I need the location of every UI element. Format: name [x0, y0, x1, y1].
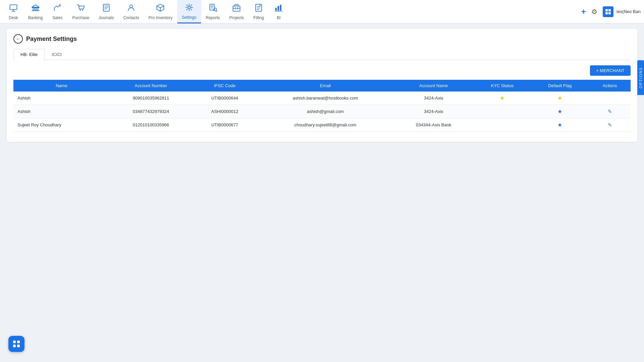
- cell-email: choudhary.sujeet88@gmail.com: [257, 118, 393, 132]
- col-account-name: Account Name: [393, 80, 474, 92]
- back-arrow-icon: ←: [16, 36, 20, 42]
- col-account-number: Account Number: [110, 80, 192, 92]
- cell-kyc-status: ★: [474, 92, 531, 105]
- purchase-label: Purchase: [72, 15, 89, 20]
- cell-account-name: 3424-Axis: [393, 92, 474, 105]
- tab-hb-elite[interactable]: HB- Elite: [13, 49, 45, 60]
- table-row: Sujeet Roy Choudhary 012010100335966 UTI…: [13, 118, 631, 132]
- svg-rect-3: [37, 8, 38, 10]
- svg-rect-19: [608, 9, 611, 11]
- banking-label: Banking: [28, 15, 43, 20]
- cell-actions: [589, 92, 631, 105]
- cell-kyc-status: [474, 105, 531, 118]
- table-row: Ashish 034877432979324 ASHI0000012 ashis…: [13, 105, 631, 118]
- cell-default-flag: ★: [531, 92, 589, 105]
- bi-label: BI: [277, 15, 280, 20]
- svg-rect-7: [103, 4, 109, 11]
- col-kyc-status: KYC Status: [474, 80, 531, 92]
- svg-rect-21: [608, 12, 611, 14]
- page-title: Payment Settings: [26, 36, 77, 43]
- svg-point-8: [130, 5, 133, 8]
- svg-rect-15: [275, 8, 276, 11]
- col-default-flag: Default Flag: [531, 80, 589, 92]
- svg-point-6: [82, 9, 83, 11]
- add-merchant-button[interactable]: + MERCHANT: [590, 65, 631, 76]
- kyc-star-gold-icon: ★: [500, 95, 504, 101]
- add-button[interactable]: +: [581, 7, 586, 16]
- top-nav: Desk Banking Sales: [0, 0, 644, 23]
- cell-account-name: 3424-Axis: [393, 105, 474, 118]
- payment-settings-card: ← Payment Settings HB- Elite ICICI + MER…: [7, 29, 637, 142]
- fab-button[interactable]: [8, 336, 24, 352]
- cell-name: Ashish: [13, 105, 110, 118]
- nav-items: Desk Banking Sales: [3, 0, 581, 23]
- cell-ifsc: UTIB0000644: [192, 92, 258, 105]
- pro-inventory-icon: [156, 3, 165, 14]
- settings-label: Settings: [182, 15, 196, 20]
- table-row: Ashish 909010035962811 UTIB0000644 ashis…: [13, 92, 631, 105]
- nav-right: + ⚙ :ies(Neo Ban: [581, 6, 641, 17]
- svg-rect-1: [33, 8, 34, 10]
- nav-item-projects[interactable]: Projects: [225, 0, 249, 23]
- nav-item-settings[interactable]: Settings: [177, 0, 201, 23]
- banking-icon: [31, 3, 40, 14]
- journals-label: Journals: [99, 15, 114, 20]
- svg-rect-16: [277, 6, 279, 11]
- purchase-icon: [76, 3, 86, 14]
- card-header: ← Payment Settings: [13, 34, 631, 44]
- bi-icon: [274, 3, 283, 14]
- default-star-blue-icon: ★: [557, 109, 562, 114]
- nav-item-bi[interactable]: BI: [269, 0, 289, 23]
- cell-kyc-status: [474, 118, 531, 132]
- options-tab[interactable]: OPTIONS: [637, 60, 644, 95]
- payment-table: Name Account Number IFSC Code Email Acco…: [13, 80, 631, 132]
- svg-rect-20: [605, 12, 608, 14]
- nav-item-purchase[interactable]: Purchase: [67, 0, 94, 23]
- tab-icici[interactable]: ICICI: [45, 49, 69, 60]
- nav-item-sales[interactable]: Sales: [47, 0, 67, 23]
- filling-label: Filling: [253, 15, 264, 20]
- projects-label: Projects: [229, 15, 244, 20]
- main-content: ← Payment Settings HB- Elite ICICI + MER…: [0, 23, 644, 362]
- svg-point-5: [79, 9, 81, 11]
- gear-button[interactable]: ⚙: [591, 8, 597, 16]
- user-menu[interactable]: :ies(Neo Ban: [603, 6, 641, 17]
- contacts-label: Contacts: [123, 15, 139, 20]
- col-name: Name: [13, 80, 110, 92]
- cell-account-number: 034877432979324: [110, 105, 192, 118]
- default-star-blue-icon: ★: [557, 122, 562, 128]
- cell-account-number: 909010035962811: [110, 92, 192, 105]
- tabs-container: HB- Elite ICICI: [13, 49, 631, 60]
- sales-label: Sales: [52, 15, 62, 20]
- reports-label: Reports: [206, 15, 220, 20]
- nav-item-contacts[interactable]: Contacts: [118, 0, 144, 23]
- nav-item-filling[interactable]: Filling: [249, 0, 269, 23]
- svg-point-9: [188, 6, 190, 8]
- svg-rect-17: [280, 5, 281, 11]
- default-star-gold-icon: ★: [557, 95, 562, 101]
- nav-item-reports[interactable]: Reports: [201, 0, 225, 23]
- back-button[interactable]: ←: [13, 34, 23, 44]
- col-email: Email: [257, 80, 393, 92]
- svg-rect-18: [605, 9, 608, 11]
- cell-actions: ✎: [589, 118, 631, 132]
- contacts-icon: [126, 3, 136, 14]
- nav-item-pro-inventory[interactable]: Pro Inventory: [144, 0, 177, 23]
- table-wrapper: Name Account Number IFSC Code Email Acco…: [13, 80, 631, 132]
- reports-icon: [208, 3, 218, 14]
- nav-item-journals[interactable]: Journals: [94, 0, 118, 23]
- settings-icon: [184, 3, 194, 14]
- sales-icon: [53, 3, 62, 14]
- col-actions: Actions: [589, 80, 631, 92]
- cell-account-number: 012010100335966: [110, 118, 192, 132]
- cell-default-flag: ★: [531, 118, 589, 132]
- cell-default-flag: ★: [531, 105, 589, 118]
- nav-item-banking[interactable]: Banking: [23, 0, 47, 23]
- svg-rect-14: [256, 4, 262, 11]
- edit-button[interactable]: ✎: [608, 122, 612, 128]
- cell-name: Sujeet Roy Choudhary: [13, 118, 110, 132]
- cell-ifsc: UTIB0000677: [192, 118, 258, 132]
- edit-button[interactable]: ✎: [608, 109, 612, 114]
- desk-label: Desk: [9, 15, 18, 20]
- nav-item-desk[interactable]: Desk: [3, 0, 23, 23]
